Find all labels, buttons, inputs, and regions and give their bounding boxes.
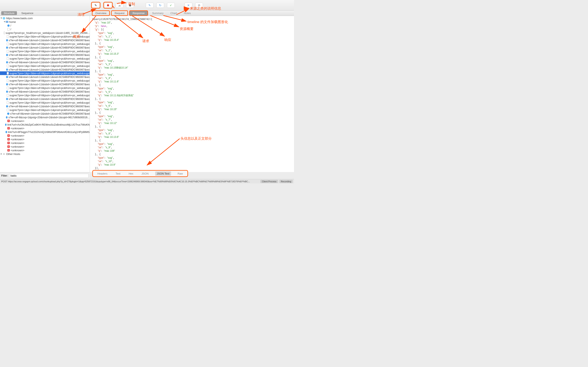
tree-label: s?ie=utf-8&newi=1&mod=11&isbd=1&isid=6C5… <box>9 68 90 71</box>
doc-icon <box>7 50 9 53</box>
validate-button[interactable]: ✓ <box>167 3 175 8</box>
tree-label: sugrec?pre=1&p=3&ie=utf-8&json=1&prod=pc… <box>9 50 90 53</box>
red-icon: ✕ <box>7 127 10 129</box>
doc-icon <box>7 101 9 104</box>
tree-row[interactable]: sugrec?pre=1&p=3&ie=utf-8&json=1&prod=pc… <box>0 101 90 104</box>
tree-folder[interactable]: home <box>0 20 90 24</box>
reload-icon: ↻ <box>159 4 162 7</box>
blue-icon <box>6 91 8 93</box>
tree-label: <unknown> <box>11 142 24 145</box>
filter-label: Filter: <box>1 174 8 177</box>
tree-row[interactable]: s?ie=utf-8&newi=1&mod=1&isbd=1&isid=6C54… <box>0 112 90 115</box>
tree-label: link?url=8Fbqgm7Yvz2G3VclQ1h9Kkf3fPSfbrk… <box>8 131 90 133</box>
tree-label: sugrec?pre=1&p=3&ie=utf-8&json=1&prod=pc… <box>9 72 90 75</box>
tree-label: s?ie=utf-8&newi=1&mod=11&isbd=1&isid=6C5… <box>9 61 90 64</box>
folder-label: home <box>9 20 16 24</box>
tree-row[interactable]: s?ie=utf-8&newi=1&mod=11&isbd=1&isid=6C5… <box>0 75 90 79</box>
tree-label: <unknown> <box>11 127 24 130</box>
tree-row[interactable]: sugrec?prod=pc_his&from=pc_web&json=1&si… <box>0 31 90 35</box>
tree-host[interactable]: 🌐https://www.baidu.com <box>0 16 90 20</box>
tree-label: sugrec?pre=1&p=3&ie=utf-8&json=1&prod=pc… <box>9 64 90 67</box>
record-button[interactable] <box>104 3 112 8</box>
tree-row[interactable]: sugrec?pre=1&p=3&ie=utf-8&json=1&prod=pc… <box>0 49 90 53</box>
tree-row[interactable]: sugrec?pre=1&p=3&ie=utf-8&json=1&prod=pc… <box>0 64 90 68</box>
tree-label: s?ie=utf-8&newi=1&mod=11&isbd=1&isid=6C5… <box>9 53 90 57</box>
tree-row[interactable]: s?ie=utf-8&newi=1&mod=11&isbd=1&isid=6C5… <box>0 60 90 64</box>
tree-label: <unknown> <box>11 138 24 141</box>
gear-icon: ⚙ <box>2 152 5 155</box>
tree-row[interactable]: sugrec?pre=1&p=3&ie=utf-8&json=1&prod=pc… <box>0 93 90 97</box>
tree-row[interactable]: sugrec?pre=1&p=3&ie=utf-8&json=1&prod=pc… <box>0 79 90 82</box>
overview-tab[interactable]: Overview <box>92 10 110 16</box>
repeat-button[interactable]: ↻ <box>156 3 164 8</box>
tree-row[interactable]: s?ie=utf-8&newi=1&mod=11&isbd=1&isid=6C5… <box>0 46 90 49</box>
tree-row[interactable]: s?ie=utf-8&newi=1&mod=11&isbd=1&isid=6C5… <box>0 38 90 42</box>
filter-input[interactable] <box>9 174 89 178</box>
broom-button[interactable]: ✎ <box>92 3 100 8</box>
other-hosts-label: Other Hosts <box>6 152 20 156</box>
text-tab[interactable]: Text <box>114 171 122 176</box>
edit-button[interactable]: ✎ <box>146 3 154 8</box>
blue-icon <box>6 61 8 63</box>
other-hosts[interactable]: ⚙Other Hosts <box>0 152 90 156</box>
tree-row[interactable]: ✕<unknown> <box>0 141 90 145</box>
tree-row[interactable]: sugrec?pre=1&p=3&ie=utf-8&json=1&prod=pc… <box>0 35 90 38</box>
tree-row[interactable]: ✕<unknown> <box>0 134 90 137</box>
summary-tab[interactable]: Summary <box>149 11 166 15</box>
tree-row[interactable]: s?ie=utf-8&newi=1&mod=11&isbd=1&isid=6C5… <box>0 104 90 108</box>
main-split: 🌐https://www.baidu.comhome//sugrec?prod=… <box>0 16 294 172</box>
notes-tab[interactable]: Notes <box>181 11 194 15</box>
tree-row[interactable]: ✕<unknown> <box>0 126 90 130</box>
response-tab[interactable]: Response <box>129 10 148 16</box>
doc-icon <box>7 109 9 111</box>
doc-icon <box>7 87 9 89</box>
blue-icon <box>6 83 8 85</box>
tree-row[interactable]: s?ie=utf-8&newi=1&mod=11&isbd=1&isid=6C5… <box>0 97 90 101</box>
status-bar: POST https://access-sngapm.qcloud.com/ch… <box>0 179 294 184</box>
tools-icon: ✕ <box>187 4 190 7</box>
tree-label: sugrec?pre=1&p=3&ie=utf-8&json=1&prod=pc… <box>9 57 90 60</box>
doc-icon <box>7 43 9 45</box>
tree-row[interactable]: sugrec?pre=1&p=3&ie=utf-8&json=1&prod=pc… <box>0 42 90 46</box>
blue-icon <box>6 47 8 49</box>
tree-row[interactable]: s?ie=utf-8&newi=1&mod=11&isbd=1&isid=6C5… <box>0 53 90 57</box>
tree-row[interactable]: ✕<unknown> <box>0 119 90 123</box>
tree-row[interactable]: link?url=8Fbqgm7Yvz2G3VclQ1h9Kkf3fPSfbrk… <box>0 130 90 134</box>
hex-tab[interactable]: Hex <box>127 171 135 176</box>
tree-row[interactable]: sugrec?pre=1&p=3&ie=utf-8&json=1&prod=pc… <box>0 57 90 60</box>
request-tab[interactable]: Request <box>111 10 128 16</box>
tree-label: s?ie=utf-8&csq=1&pstg=20&mod=2&isbd=1&cq… <box>8 116 90 119</box>
tree-row[interactable]: s?ie=utf-8&csq=1&pstg=20&mod=2&isbd=1&cq… <box>0 115 90 119</box>
tree-row[interactable]: sugrec?pre=1&p=3&ie=utf-8&json=1&prod=pc… <box>0 86 90 90</box>
sequence-tab[interactable]: Sequence <box>19 11 36 15</box>
turtle-icon: ☁ <box>118 4 121 7</box>
structure-tab[interactable]: Structure <box>1 11 17 15</box>
sidebar-tree: 🌐https://www.baidu.comhome//sugrec?prod=… <box>0 16 90 172</box>
tree-row[interactable]: sugrec?pre=1&p=3&ie=utf-8&json=1&prod=pc… <box>0 71 90 75</box>
tree-row[interactable]: s?ie=utf-8&newi=1&mod=11&isbd=1&isid=6C5… <box>0 68 90 71</box>
raw-tab[interactable]: Raw <box>176 171 185 176</box>
jsontext-tab[interactable]: JSON Text <box>155 171 171 176</box>
tree-row[interactable]: sugrec?pre=1&p=3&ie=utf-8&json=1&prod=pc… <box>0 108 90 112</box>
chart-tab[interactable]: Chart <box>168 11 180 15</box>
tree-row[interactable]: s?ie=utf-8&newi=1&mod=11&isbd=1&isid=6C5… <box>0 82 90 86</box>
tree-row[interactable]: ✕<unknown> <box>0 137 90 141</box>
tree-row[interactable]: / <box>0 27 90 31</box>
client-process-button[interactable]: Client Process <box>260 180 278 183</box>
breakpoint-button[interactable]: ⬢ <box>126 3 134 8</box>
tree-row[interactable]: / <box>0 24 90 27</box>
tree-row[interactable]: s?ie=utf-8&newi=1&mod=11&isbd=1&isid=6C5… <box>0 90 90 93</box>
response-body[interactable]: jQuery1102075376206134174_1586247688742(… <box>90 16 294 172</box>
blue-icon <box>7 25 9 27</box>
tools-button[interactable]: ✕ <box>185 3 192 8</box>
throttle-button[interactable]: ☁ <box>116 3 123 8</box>
tree-row[interactable]: ✕<unknown> <box>0 145 90 149</box>
json-tab[interactable]: JSON <box>140 171 150 176</box>
settings-button[interactable]: ⚙ <box>195 3 203 8</box>
headers-tab[interactable]: Headers <box>96 171 109 176</box>
tree-row[interactable]: ✕<unknown> <box>0 149 90 152</box>
tree-row[interactable]: link?url=AcOkUkbZplCo6KH-REWnoScZxBnkhoz… <box>0 123 90 126</box>
red-icon: ✕ <box>7 134 10 137</box>
request-tree[interactable]: 🌐https://www.baidu.comhome//sugrec?prod=… <box>0 16 90 172</box>
recording-button[interactable]: Recording <box>279 180 293 183</box>
